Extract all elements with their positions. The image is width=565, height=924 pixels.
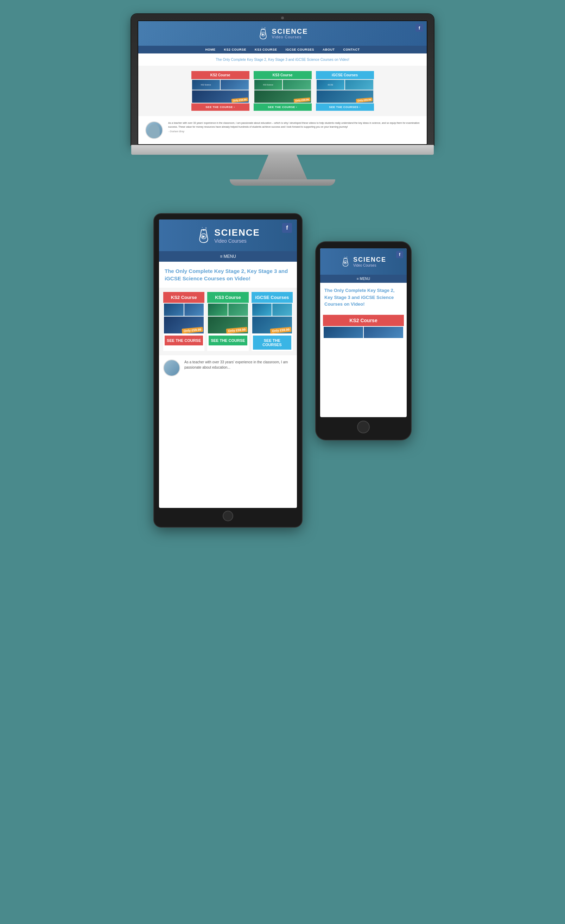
- monitor-base: [230, 179, 335, 186]
- monitor-chin: [131, 145, 434, 155]
- monitor-frame: f SCIENCE Video C: [131, 14, 434, 145]
- svg-point-2: [262, 27, 263, 28]
- logo-science-text: SCIENCE: [272, 28, 308, 35]
- nav-ks3[interactable]: KS3 COURSE: [251, 46, 281, 54]
- phone-logo: SCIENCE Video Courses: [341, 256, 386, 268]
- tablet-ks2-btn[interactable]: SEE THE COURSE: [165, 336, 203, 345]
- monitor-screen: f SCIENCE Video C: [138, 20, 427, 145]
- tablet-logo-science: SCIENCE: [214, 227, 260, 238]
- svg-point-11: [347, 256, 347, 257]
- svg-point-1: [264, 27, 265, 28]
- tablet-ks2-thumb2: [184, 303, 204, 316]
- site-nav: HOME KS2 COURSE KS3 COURSE iGCSE COURSES…: [138, 46, 427, 54]
- tablet-ks3-header: KS3 Course: [207, 292, 248, 303]
- quote-author: - Graham Bray: [168, 130, 420, 133]
- monitor-wrapper: f SCIENCE Video C: [131, 14, 434, 186]
- tablet-igcse-thumbs: Only £59.99: [251, 303, 293, 334]
- phone-wrapper: f SCIENCE Video C: [316, 214, 411, 440]
- tablet-facebook-icon[interactable]: f: [282, 223, 292, 233]
- igcse-thumb-1: iGCSE: [317, 80, 345, 90]
- ks2-thumb-2: [221, 80, 249, 90]
- tablet-igcse-header: iGCSE Courses: [251, 292, 293, 303]
- monitor-section: f SCIENCE Video C: [0, 0, 565, 193]
- avatar-silhouette: [149, 124, 160, 138]
- tablet-ks3-btn[interactable]: SEE THE COURSE: [209, 336, 247, 345]
- tablet-ks3-thumb2: [228, 303, 248, 316]
- devices-section: f SCIENCE Video C: [0, 193, 565, 541]
- author-avatar: [145, 122, 163, 139]
- nav-igcse[interactable]: iGCSE COURSES: [281, 46, 319, 54]
- phone-ks2-thumb1: [324, 327, 363, 338]
- nav-contact[interactable]: CONTACT: [339, 46, 364, 54]
- igcse-thumbnails: iGCSE Only £59.99: [316, 79, 374, 104]
- ks2-price-badge: Only £59.99: [231, 98, 248, 103]
- tablet-tagline: The Only Complete Key Stage 2, Key Stage…: [159, 262, 297, 288]
- phone-logo-flask-icon: [341, 256, 350, 268]
- phone-ks2-thumb2: [364, 327, 403, 338]
- igcse-thumb-wide: Only £59.99: [317, 90, 373, 103]
- igcse-thumb-2: [345, 80, 373, 90]
- svg-point-6: [206, 227, 207, 229]
- quote-body: As a teacher with over 33 years' experie…: [168, 122, 420, 129]
- tablet-igcse-btn[interactable]: SEE THE COURSES: [253, 336, 291, 350]
- tablet-ks3-thumb-wide: Only £59.99: [208, 316, 248, 333]
- phone-tagline-text: The Only Complete Key Stage 2, Key Stage…: [325, 287, 403, 308]
- tablet-ks2-thumb1: [164, 303, 183, 316]
- phone-logo-text: SCIENCE Video Courses: [353, 256, 386, 267]
- tablet-logo-flask-icon: [196, 226, 212, 244]
- tablet-igcse-thumb2: [272, 303, 292, 316]
- tablet-courses: KS2 Course Only £59.99 SEE THE COURSE KS: [159, 288, 297, 355]
- tablet-home-button[interactable]: [223, 511, 233, 521]
- tablet-quote: As a teacher with over 33 years' experie…: [159, 355, 297, 381]
- ks2-thumb-1: KS2 Science: [192, 80, 220, 90]
- phone-menu-bar[interactable]: ≡ MENU: [320, 275, 407, 283]
- ks3-thumb-2: [283, 80, 311, 90]
- site-header: f SCIENCE Video C: [138, 21, 427, 46]
- igcse-header: iGCSE Courses: [316, 71, 374, 79]
- quote-content: As a teacher with over 33 years' experie…: [168, 122, 420, 133]
- tablet-ks3-price: Only £59.99: [226, 327, 247, 333]
- monitor-stand: [247, 155, 318, 179]
- phone-logo-science: SCIENCE: [353, 256, 386, 264]
- phone-frame: f SCIENCE Video C: [316, 242, 411, 440]
- phone-site-header: f SCIENCE Video C: [320, 248, 407, 275]
- tablet-ks3-card: KS3 Course Only £59.99 SEE THE COURSE: [207, 292, 248, 351]
- nav-ks2[interactable]: KS2 COURSE: [220, 46, 251, 54]
- tagline-text: The Only Complete Key Stage 2, Key Stage…: [145, 58, 420, 62]
- igcse-see-courses-btn[interactable]: SEE THE COURSES ›: [316, 104, 374, 111]
- ks3-see-course-btn[interactable]: SEE THE COURSE ›: [254, 104, 312, 111]
- ks2-thumbnails: KS2 Science Only £59.99: [191, 79, 249, 104]
- tablet-igcse-thumb1: [252, 303, 272, 316]
- nav-home[interactable]: HOME: [201, 46, 220, 54]
- facebook-icon[interactable]: f: [415, 24, 423, 32]
- tablet-menu-bar[interactable]: ≡ MENU: [159, 251, 297, 262]
- ks2-see-course-btn[interactable]: SEE THE COURSE ›: [191, 104, 249, 111]
- ks3-thumb-wide: Only £59.99: [254, 90, 311, 103]
- tablet-wrapper: f SCIENCE Video C: [154, 214, 302, 527]
- phone-screen: f SCIENCE Video C: [320, 248, 407, 417]
- logo-video-text: Video Courses: [272, 35, 308, 39]
- svg-point-7: [202, 227, 203, 228]
- tablet-ks3-thumb1: [208, 303, 228, 316]
- tablet-ks2-card: KS2 Course Only £59.99 SEE THE COURSE: [163, 292, 204, 351]
- ks2-header: KS2 Course: [191, 71, 249, 79]
- phone-logo-video: Video Courses: [353, 264, 386, 267]
- ks3-header: KS3 Course: [254, 71, 312, 79]
- tablet-logo: SCIENCE Video Courses: [196, 226, 260, 244]
- ks2-course-card: KS2 Course KS2 Science Only £59.99 SEE T…: [191, 71, 249, 111]
- phone-home-button[interactable]: [357, 421, 370, 434]
- phone-ks2-header: KS2 Course: [323, 315, 404, 326]
- site-tagline: The Only Complete Key Stage 2, Key Stage…: [138, 54, 427, 66]
- tablet-igcse-price: Only £59.99: [270, 327, 291, 333]
- ks3-price-badge: Only £59.99: [293, 98, 310, 103]
- tablet-ks2-price: Only £59.99: [182, 327, 203, 333]
- igcse-course-card: iGCSE Courses iGCSE Only £59.99 SEE THE …: [316, 71, 374, 111]
- igcse-price-badge: Only £59.99: [356, 98, 373, 103]
- tablet-ks2-thumbs: Only £59.99: [163, 303, 204, 334]
- tablet-quote-text: As a teacher with over 33 years' experie…: [184, 360, 293, 370]
- nav-about[interactable]: ABOUT: [319, 46, 339, 54]
- phone-facebook-icon[interactable]: f: [396, 251, 403, 258]
- quote-section: As a teacher with over 33 years' experie…: [138, 116, 427, 144]
- courses-section: KS2 Course KS2 Science Only £59.99 SEE T…: [138, 66, 427, 116]
- phone-tagline: The Only Complete Key Stage 2, Key Stage…: [320, 283, 407, 312]
